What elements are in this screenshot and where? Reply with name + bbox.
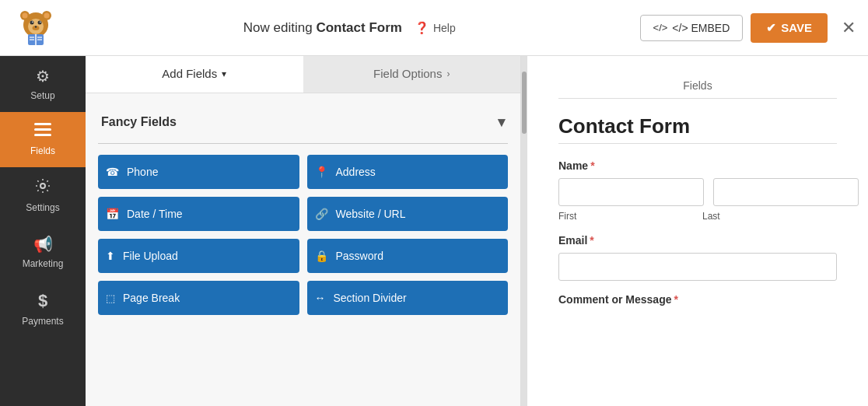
close-icon: ✕ (842, 18, 856, 37)
fancy-fields-label: Fancy Fields (101, 115, 177, 129)
topbar: Now editing Contact Form ❓ Help </> </> … (0, 0, 868, 56)
main-layout: ⚙ Setup Fields Settings 📢 (0, 56, 868, 406)
save-button[interactable]: ✔ SAVE (751, 13, 828, 43)
email-field-group: Email * (558, 234, 837, 281)
form-title: Contact Form (558, 114, 837, 138)
form-divider (558, 143, 837, 144)
editing-label: Now editing Contact Form (243, 20, 402, 36)
gear-icon: ⚙ (36, 67, 50, 86)
embed-label: </> EMBED (672, 22, 730, 34)
tab-add-fields-label: Add Fields (162, 67, 217, 80)
first-label: First (558, 211, 693, 222)
first-name-input[interactable] (558, 178, 704, 206)
help-icon: ❓ (415, 21, 429, 35)
chevron-down-icon: ▾ (222, 68, 226, 79)
comment-label: Comment or Message * (558, 293, 837, 306)
name-inputs-row (558, 178, 837, 206)
svg-rect-19 (34, 128, 51, 131)
email-required-star: * (590, 234, 593, 247)
pagebreak-icon: ⬚ (106, 292, 115, 304)
fields-icon (34, 123, 51, 141)
fancy-fields-section-header: Fancy Fields ▾ (98, 106, 508, 138)
divider-icon: ↔ (315, 292, 326, 304)
last-label: Last (702, 211, 837, 222)
field-btn-datetime-label: Date / Time (127, 208, 183, 220)
preview-fields-tab-label: Fields (683, 79, 712, 92)
embed-icon: </> (653, 22, 668, 33)
embed-button[interactable]: </> </> EMBED (640, 15, 744, 41)
close-button[interactable]: ✕ (842, 18, 856, 38)
field-btn-datetime[interactable]: 📅 Date / Time (98, 197, 299, 231)
tab-add-fields[interactable]: Add Fields ▾ (86, 56, 303, 93)
sidebar-label-marketing: Marketing (23, 258, 64, 269)
scrollbar-thumb (522, 72, 527, 134)
lock-icon: 🔒 (315, 250, 328, 262)
settings-icon (35, 178, 51, 198)
tab-field-options-label: Field Options (373, 67, 442, 80)
svg-rect-18 (34, 123, 51, 125)
svg-point-8 (32, 21, 33, 23)
comment-field-group: Comment or Message * (558, 293, 837, 306)
email-label: Email * (558, 234, 837, 247)
form-preview: Fields Contact Form Name * First Last Em… (527, 56, 868, 406)
comment-required-star: * (674, 293, 677, 306)
logo (12, 5, 59, 51)
phone-icon: ☎ (106, 166, 119, 178)
field-btn-website-label: Website / URL (336, 208, 406, 220)
address-icon: 📍 (315, 166, 328, 178)
sidebar-item-settings[interactable]: Settings (0, 167, 86, 224)
last-name-input[interactable] (713, 178, 859, 206)
field-btn-phone-label: Phone (127, 166, 158, 178)
sidebar-item-payments[interactable]: $ Payments (0, 280, 86, 338)
field-btn-pagebreak-label: Page Break (123, 292, 180, 304)
topbar-right: </> </> EMBED ✔ SAVE ✕ (640, 13, 856, 43)
name-sub-labels: First Last (558, 211, 837, 222)
upload-icon: ⬆ (106, 250, 115, 262)
svg-point-4 (44, 12, 50, 18)
name-field-group: Name * First Last (558, 159, 837, 222)
field-btn-fileupload-label: File Upload (123, 250, 178, 262)
sidebar-label-payments: Payments (22, 316, 63, 327)
field-btn-website[interactable]: 🔗 Website / URL (307, 197, 509, 231)
sidebar-item-setup[interactable]: ⚙ Setup (0, 56, 86, 112)
svg-point-6 (30, 20, 34, 24)
scrollbar[interactable] (521, 56, 527, 406)
field-btn-password[interactable]: 🔒 Password (307, 239, 509, 273)
field-btn-pagebreak[interactable]: ⬚ Page Break (98, 281, 299, 315)
name-label: Name * (558, 159, 837, 172)
fancy-fields-toggle-icon[interactable]: ▾ (498, 114, 505, 131)
link-icon: 🔗 (315, 208, 328, 220)
svg-point-21 (40, 184, 45, 188)
sidebar-item-marketing[interactable]: 📢 Marketing (0, 224, 86, 280)
marketing-icon: 📢 (33, 235, 53, 254)
field-buttons-grid: ☎ Phone 📍 Address 📅 Date / Time 🔗 Websit… (98, 155, 508, 315)
check-icon: ✔ (766, 21, 776, 35)
topbar-center: Now editing Contact Form ❓ Help (59, 20, 640, 36)
sidebar-label-setup: Setup (30, 90, 54, 101)
payments-icon: $ (38, 291, 47, 311)
svg-rect-20 (34, 134, 51, 136)
chevron-right-icon: › (446, 68, 450, 79)
field-btn-password-label: Password (336, 250, 383, 262)
svg-point-11 (35, 26, 37, 27)
field-btn-fileupload[interactable]: ⬆ File Upload (98, 239, 299, 273)
email-input[interactable] (558, 253, 837, 281)
fields-panel: Add Fields ▾ Field Options › Fancy Field… (86, 56, 521, 406)
fields-tabs: Add Fields ▾ Field Options › (86, 56, 520, 93)
help-button[interactable]: ❓ Help (415, 21, 456, 35)
field-btn-phone[interactable]: ☎ Phone (98, 155, 299, 189)
field-btn-address-label: Address (336, 166, 376, 178)
fields-panel-content: Fancy Fields ▾ ☎ Phone 📍 Address 📅 Date … (86, 93, 520, 406)
tab-field-options[interactable]: Field Options › (303, 56, 521, 93)
sidebar-label-settings: Settings (26, 202, 59, 213)
sidebar-nav: ⚙ Setup Fields Settings 📢 (0, 56, 86, 406)
calendar-icon: 📅 (106, 208, 119, 220)
svg-point-3 (23, 12, 28, 18)
logo-icon (16, 8, 56, 48)
field-btn-address[interactable]: 📍 Address (307, 155, 509, 189)
svg-point-7 (38, 20, 42, 24)
field-btn-sectiondivider[interactable]: ↔ Section Divider (307, 281, 509, 315)
save-label: SAVE (781, 21, 812, 34)
name-required-star: * (590, 159, 594, 172)
sidebar-item-fields[interactable]: Fields (0, 112, 86, 167)
